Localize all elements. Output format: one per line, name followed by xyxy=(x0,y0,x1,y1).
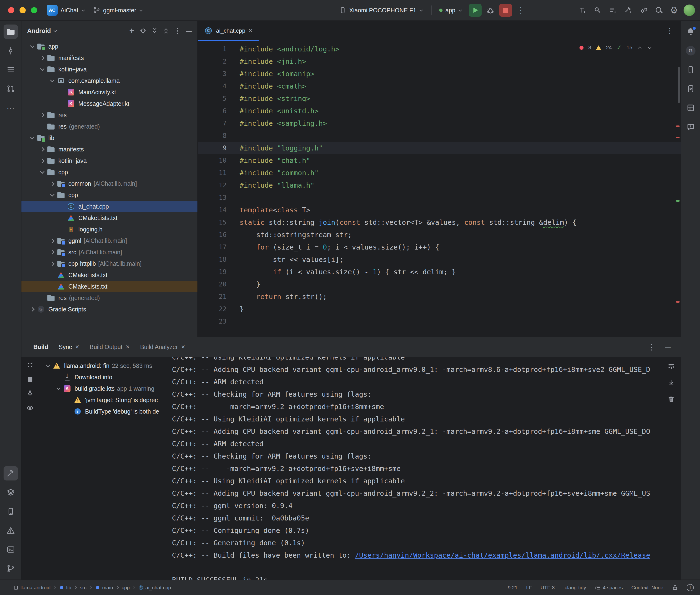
chevron-down-icon[interactable] xyxy=(38,166,47,178)
tree-item-cpp-httplib[interactable]: cpp-httplib[AiChat.lib.main] xyxy=(22,258,197,269)
gemini-search-button[interactable] xyxy=(591,4,604,17)
code-line-19[interactable]: 19 if (i < values.size() - 1) { str << d… xyxy=(198,266,681,278)
code-line-6[interactable]: 6#include <unistd.h> xyxy=(198,105,681,117)
pin-button[interactable] xyxy=(25,388,35,399)
tree-item-build-gradle-kts[interactable]: build.gradle.ktsapp 1 warning xyxy=(38,383,170,394)
project-view-selector[interactable]: Android xyxy=(27,27,51,34)
project-widget[interactable]: AiChat xyxy=(43,3,89,17)
tab-options-button[interactable] xyxy=(663,24,676,37)
user-account-button[interactable] xyxy=(683,4,696,17)
code-line-20[interactable]: 20 } xyxy=(198,278,681,290)
app-quality-insights-tool-button[interactable] xyxy=(683,120,698,134)
editor-tab-ai-chat-cpp[interactable]: ai_chat.cpp xyxy=(198,21,259,41)
build-tab-build-analyzer[interactable]: Build Analyzer xyxy=(140,344,185,350)
vcs-branch-widget[interactable]: ggml-master xyxy=(89,3,147,17)
select-opened-file-button[interactable] xyxy=(138,26,148,36)
close-window-button[interactable] xyxy=(8,7,14,13)
chevron-down-icon[interactable] xyxy=(28,132,37,144)
code-editor[interactable]: 1#include <android/log.h>2#include <jni.… xyxy=(198,41,681,337)
code-line-7[interactable]: 7#include <sampling.h> xyxy=(198,117,681,130)
tree-item-manifests[interactable]: manifests xyxy=(22,144,197,155)
tree-item-cpp[interactable]: cpp xyxy=(22,166,197,178)
code-line-9[interactable]: 9#include "logging.h" xyxy=(198,142,681,154)
error-stripe-mark[interactable] xyxy=(676,137,679,138)
code-line-14[interactable]: 14template<class T> xyxy=(198,204,681,216)
filter-button[interactable] xyxy=(25,402,35,413)
code-line-12[interactable]: 12#include "llama.h" xyxy=(198,179,681,192)
notifications-button[interactable] xyxy=(683,25,698,39)
project-tool-button[interactable] xyxy=(4,25,18,39)
breadcrumb-item-cpp[interactable]: cpp xyxy=(122,585,130,591)
code-line-2[interactable]: 2#include <jni.h> xyxy=(198,55,681,67)
terminal-tool-button[interactable] xyxy=(4,542,18,557)
next-problem-button[interactable] xyxy=(647,45,652,50)
code-line-16[interactable]: 16 std::ostringstream str; xyxy=(198,229,681,241)
structure-tool-button[interactable] xyxy=(4,63,18,77)
status-item-indent[interactable]: 4 spaces xyxy=(595,585,623,591)
chevron-down-icon[interactable] xyxy=(48,75,57,86)
commit-tool-button[interactable] xyxy=(4,44,18,58)
chevron-right-icon[interactable] xyxy=(38,144,47,155)
scroll-to-end-button[interactable] xyxy=(666,377,677,388)
close-tab-icon[interactable] xyxy=(126,344,130,350)
chevron-right-icon[interactable] xyxy=(48,258,57,269)
gemini-rename-button[interactable] xyxy=(576,4,589,17)
code-line-23[interactable]: 23 xyxy=(198,315,681,328)
chevron-right-icon[interactable] xyxy=(38,155,47,166)
rerun-sync-button[interactable] xyxy=(25,360,35,370)
pull-requests-tool-button[interactable] xyxy=(4,82,18,96)
chevron-down-icon[interactable] xyxy=(28,41,37,52)
gradle-tool-button[interactable] xyxy=(683,44,698,58)
breadcrumb-item-main[interactable]: main xyxy=(95,585,113,591)
tree-item-ai-chat-cpp[interactable]: ai_chat.cpp xyxy=(22,201,197,212)
code-line-5[interactable]: 5#include <string> xyxy=(198,92,681,105)
code-line-11[interactable]: 11#include "common.h" xyxy=(198,167,681,179)
tree-item-app[interactable]: app xyxy=(22,41,197,52)
breadcrumb-item-lib[interactable]: lib xyxy=(59,585,71,591)
tree-item-ggml[interactable]: ggml[AiChat.lib.main] xyxy=(22,235,197,247)
build-variants-tool-button[interactable] xyxy=(4,485,18,500)
share-link-button[interactable] xyxy=(637,4,650,17)
chevron-right-icon[interactable] xyxy=(38,52,47,63)
stop-sync-button[interactable] xyxy=(25,374,35,385)
tree-item-gradle-scripts[interactable]: Gradle Scripts xyxy=(22,304,197,315)
code-line-17[interactable]: 17 for (size_t i = 0; i < values.size();… xyxy=(198,241,681,253)
settings-button[interactable] xyxy=(668,4,680,17)
editor-scrollbar-thumb[interactable] xyxy=(678,67,680,103)
more-tool-windows-button[interactable] xyxy=(4,101,18,115)
code-line-3[interactable]: 3#include <iomanip> xyxy=(198,67,681,80)
tree-item-res[interactable]: res(generated) xyxy=(22,292,197,304)
tree-item-cmakelists-txt[interactable]: CMakeLists.txt xyxy=(22,281,197,292)
zoom-window-button[interactable] xyxy=(31,7,37,13)
build-tab-sync[interactable]: Sync xyxy=(59,344,79,350)
tree-item-jvmtarget-string-is-deprec[interactable]: 'jvmTarget: String' is deprec xyxy=(38,394,170,406)
tree-item-src[interactable]: src[AiChat.lib.main] xyxy=(22,247,197,258)
tree-item-messageadapter-kt[interactable]: MessageAdapter.kt xyxy=(22,98,197,109)
status-item-encoding[interactable]: UTF-8 xyxy=(540,585,555,591)
collapse-all-button[interactable] xyxy=(161,26,171,36)
hide-build-panel-button[interactable] xyxy=(662,341,674,353)
status-item-caret-position[interactable]: 9:21 xyxy=(508,585,517,591)
tree-item-llama-android-fin[interactable]: llama.android: fin22 sec, 583 ms xyxy=(38,360,170,371)
build-console[interactable]: C/C++: -- Using KleidiAI optimized kerne… xyxy=(170,357,681,580)
run-configuration-selector[interactable]: app xyxy=(436,3,466,17)
more-run-actions-button[interactable] xyxy=(514,4,527,17)
clear-console-button[interactable] xyxy=(666,394,677,405)
tree-item-cpp[interactable]: cpp xyxy=(22,189,197,201)
previous-problem-button[interactable] xyxy=(637,45,642,50)
running-devices-tool-button[interactable] xyxy=(683,82,698,96)
tree-item-common[interactable]: common[AiChat.lib.main] xyxy=(22,178,197,189)
event-log-button[interactable] xyxy=(687,584,694,591)
error-stripe-mark[interactable] xyxy=(676,125,679,127)
close-tab-icon[interactable] xyxy=(249,27,252,34)
code-line-8[interactable]: 8 xyxy=(198,130,681,142)
status-item-clang-tidy[interactable]: .clang-tidy xyxy=(563,585,586,591)
build-output-link[interactable]: /Users/hanyin/Workspace/ai-chat/examples… xyxy=(355,551,650,559)
tree-item-kotlin-java[interactable]: kotlin+java xyxy=(22,63,197,75)
problems-tool-button[interactable] xyxy=(4,523,18,538)
run-button[interactable] xyxy=(469,4,482,17)
error-stripe-mark[interactable] xyxy=(676,301,679,303)
tree-item-buildtype-debug-is-both-de[interactable]: BuildType 'debug' is both de xyxy=(38,406,170,417)
build-options-button[interactable] xyxy=(645,341,658,353)
chevron-down-icon[interactable] xyxy=(48,189,57,201)
